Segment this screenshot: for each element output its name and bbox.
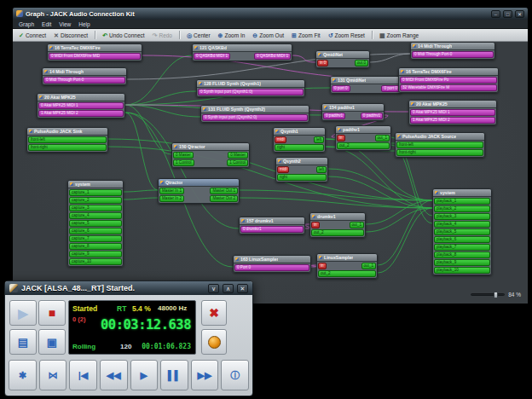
session-button[interactable]: ▣ <box>38 329 66 355</box>
in-port[interactable]: in <box>318 263 327 269</box>
shade-button[interactable]: ∨ <box>208 284 219 293</box>
node-akai-right[interactable]: 20 Akai MPK250 Akai MPK25 MIDI 11 Akai M… <box>408 100 497 125</box>
in-port[interactable]: playback_8 <box>434 252 490 258</box>
pause-button[interactable]: ▌▌ <box>160 360 188 390</box>
out-port[interactable]: 0 MIDI Front DMX6Fire MID <box>49 53 141 60</box>
in-port[interactable]: 0 Synth input port (Qsynth2:0) <box>202 114 308 121</box>
node-qmidinet[interactable]: QmidiNetin 0out 0 <box>315 50 370 68</box>
node-system-playback[interactable]: systemplayback_1playback_2playback_3play… <box>432 188 492 275</box>
node-pulseaudio-source[interactable]: PulseAudio JACK Sourcefront-leftfront-ri… <box>395 132 485 158</box>
out-port[interactable]: right <box>275 144 324 151</box>
out-port[interactable]: 1 Control <box>227 159 248 166</box>
out-port[interactable]: capture_8 <box>69 243 122 250</box>
in-port[interactable]: 0 MIDI Front DMX6Fire Po <box>400 77 497 84</box>
node-fluid-qsynth2[interactable]: 131 FLUID Synth (Qsynth2)0 Synth input p… <box>200 105 309 123</box>
node-qaskbd[interactable]: 121 QASKBd0 QASKBd MIDI 10 QASKBd MIDI 1 <box>192 43 292 61</box>
menu-view[interactable]: View <box>55 20 74 28</box>
in-port[interactable]: playback_6 <box>434 236 490 243</box>
in-port[interactable]: 0 drumkv1 <box>240 226 304 233</box>
out-port[interactable]: 0 port 0 <box>381 85 400 92</box>
zoom-slider-handle[interactable] <box>494 292 498 298</box>
out-port[interactable]: capture_7 <box>69 235 122 242</box>
cable[interactable] <box>124 190 158 192</box>
out-port[interactable]: capture_10 <box>69 258 122 265</box>
patchbay-button[interactable]: ✱ <box>9 360 37 390</box>
in-port[interactable]: 0 Synth input port (Qsynth1:0) <box>198 89 304 95</box>
node-linuxsampler-163[interactable]: 163 LinuxSampler0 Port 0 <box>233 255 311 273</box>
out-port[interactable]: capture_6 <box>69 228 122 234</box>
node-qsynth1[interactable]: Qsynth1midileftright <box>273 127 326 153</box>
stop-button[interactable]: ■ <box>38 300 66 326</box>
cable[interactable] <box>125 55 192 105</box>
toolbar-zoom-range[interactable]: ▦Zoom Range <box>377 32 421 39</box>
play-button[interactable]: ▶ <box>130 360 159 390</box>
in-port[interactable]: playback_10 <box>434 267 490 274</box>
out-port[interactable]: capture_3 <box>69 205 122 211</box>
out-port[interactable]: capture_5 <box>69 220 122 227</box>
node-padthv1-154[interactable]: 154 padthv10 padthv10 padthv1 <box>321 103 385 121</box>
node-midi-through-right[interactable]: 14 Midi Through0 Midi Through Port-0 <box>410 42 495 60</box>
forward-button[interactable]: ▶▶ <box>191 360 219 390</box>
unshade-button[interactable]: ∧ <box>223 284 234 293</box>
node-drumkv1[interactable]: drumkv1inout_1out_2 <box>309 212 366 238</box>
node-padthv1[interactable]: padthv1inout_1out_2 <box>335 125 391 151</box>
out-port[interactable]: front-left <box>28 136 107 143</box>
maximize-button[interactable]: □ <box>503 10 512 18</box>
node-qtractor-main[interactable]: QtractorMaster In 1Master Out 1Master In… <box>158 178 240 204</box>
in-port[interactable]: in 0 <box>317 60 328 66</box>
node-terratec-right[interactable]: 16 TerraTec DMX6Fire0 MIDI Front DMX6Fir… <box>398 67 499 93</box>
connections-button[interactable]: ⋈ <box>39 360 67 390</box>
toolbar-center[interactable]: ◎Center <box>184 32 213 39</box>
toolbar-undo-connect[interactable]: ↶Undo Connect <box>100 32 147 39</box>
in-port[interactable]: playback_7 <box>434 244 490 251</box>
in-port[interactable]: 0 Midi Through Port-0 <box>412 51 494 58</box>
node-qtractor-150[interactable]: 150 Qtractor0 Master0 Master1 Control1 C… <box>171 142 250 168</box>
menu-graph[interactable]: Graph <box>15 20 38 28</box>
in-port[interactable]: playback_4 <box>434 221 490 228</box>
out-port[interactable]: 0 Akai MPK25 MIDI 1 <box>38 102 124 109</box>
in-port[interactable]: Master In 2 <box>159 195 184 202</box>
out-port[interactable]: out_2 <box>337 142 390 149</box>
out-port[interactable]: right <box>277 174 327 181</box>
in-port[interactable]: playback_3 <box>434 213 490 220</box>
toolbar-connect[interactable]: ✓Connect <box>16 32 49 39</box>
in-port[interactable]: 0 Akai MPK25 MIDI 1 <box>410 109 495 116</box>
graph-titlebar[interactable]: Graph - JACK Audio Connection Kit – □ ✕ <box>13 8 528 20</box>
transport-close-button[interactable]: ✕ <box>237 284 248 293</box>
toolbar-zoom-in[interactable]: ⊕Zoom In <box>216 32 248 39</box>
out-port[interactable]: left <box>314 136 324 143</box>
out-port[interactable]: capture_1 <box>69 189 122 196</box>
rewind-button[interactable]: |◀ <box>69 360 97 390</box>
out-port[interactable]: 0 Master <box>228 152 248 159</box>
toolbar-zoom-out[interactable]: ⊖Zoom Out <box>250 32 286 39</box>
in-port[interactable]: playback_9 <box>434 259 490 266</box>
out-port[interactable]: 1 Akai MPK25 MIDI 2 <box>38 110 124 117</box>
node-midi-through-left[interactable]: 14 Midi Through0 Midi Through Port-0 <box>42 67 127 85</box>
in-port[interactable]: 0 Master <box>173 152 194 159</box>
in-port[interactable]: front-right <box>396 149 483 156</box>
node-pulseaudio-sink[interactable]: PulseAudio JACK Sinkfront-leftfront-righ… <box>26 127 108 153</box>
in-port[interactable]: playback_1 <box>434 198 490 205</box>
node-system-capture[interactable]: systemcapture_1capture_2capture_3capture… <box>67 180 124 267</box>
in-port[interactable]: 1 Control <box>173 159 194 166</box>
node-qmidinet-131[interactable]: 131 QmidiNet0 port 00 port 0 <box>330 76 402 94</box>
node-terratec-left[interactable]: 16 TerraTec DMX6Fire0 MIDI Front DMX6Fir… <box>47 43 142 61</box>
out-port[interactable]: capture_9 <box>69 251 122 257</box>
out-port[interactable]: Master Out 1 <box>210 188 238 194</box>
cable[interactable] <box>370 54 410 62</box>
out-port[interactable]: 0 Midi Through Port-0 <box>43 77 125 84</box>
zoom-slider[interactable] <box>471 293 505 296</box>
in-port[interactable]: 1 Akai MPK25 MIDI 2 <box>410 117 495 124</box>
in-port[interactable]: 0 QASKBd MIDI 1 <box>194 53 230 60</box>
out-port[interactable]: capture_4 <box>69 212 122 219</box>
toolbar-redo[interactable]: ↷Redo <box>150 32 175 39</box>
node-qsynth2[interactable]: Qsynth2midileftright <box>275 157 328 182</box>
in-port[interactable]: in <box>311 222 320 228</box>
backward-button[interactable]: ◀◀ <box>100 360 128 390</box>
close-button[interactable]: ✕ <box>515 10 524 18</box>
out-port[interactable]: left <box>316 166 327 173</box>
out-port[interactable]: front-right <box>28 144 107 151</box>
about-button[interactable]: ⓘ <box>221 360 249 390</box>
node-akai-left[interactable]: 20 Akai MPK250 Akai MPK25 MIDI 11 Akai M… <box>37 93 125 119</box>
out-port[interactable]: out 0 <box>355 60 368 66</box>
